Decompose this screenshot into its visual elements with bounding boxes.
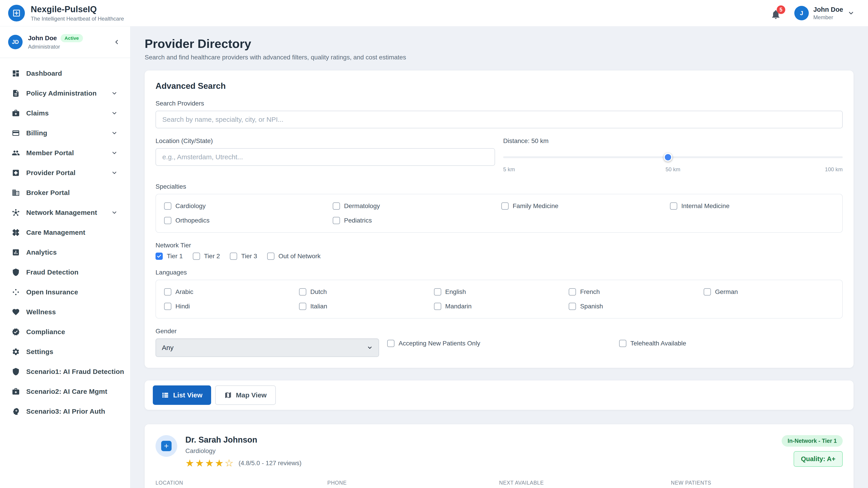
gender-value: Any xyxy=(162,344,174,352)
checkbox-cardiology[interactable]: Cardiology xyxy=(164,202,328,210)
provider-card: Dr. Sarah Johnson Cardiology ★★★★☆ (4.8/… xyxy=(145,424,854,488)
top-bar: Nexgile-PulseIQ The Intelligent Heartbea… xyxy=(0,0,868,26)
notifications-button[interactable]: 5 xyxy=(770,7,782,20)
medical-plus-icon xyxy=(161,441,172,451)
checkbox-accepting-new-patients[interactable]: Accepting New Patients Only xyxy=(387,340,611,347)
checkbox-telehealth-available[interactable]: Telehealth Available xyxy=(619,340,843,347)
checkbox-family-medicine[interactable]: Family Medicine xyxy=(501,202,665,210)
checkbox-dutch[interactable]: Dutch xyxy=(299,288,430,295)
distance-max-label: 100 km xyxy=(825,166,843,173)
avatar: JD xyxy=(8,35,23,49)
main-content: Provider Directory Search and find healt… xyxy=(130,26,868,488)
plus-square-icon xyxy=(12,169,20,177)
checkbox-box xyxy=(434,303,441,310)
sidebar-item-analytics[interactable]: Analytics xyxy=(0,242,130,262)
checkbox-box xyxy=(704,288,711,295)
checkbox-internal-medicine[interactable]: Internal Medicine xyxy=(670,202,834,210)
user-menu[interactable]: J John Doe Member xyxy=(794,6,855,21)
map-icon xyxy=(224,391,232,399)
sidebar-item-network-management[interactable]: Network Management xyxy=(0,203,130,223)
gear-icon xyxy=(12,348,20,356)
location-input[interactable] xyxy=(156,148,495,166)
star-rating: ★★★★☆ xyxy=(185,458,235,468)
provider-specialty: Cardiology xyxy=(185,447,302,455)
checkbox-box xyxy=(569,288,576,295)
view-toggle-card: List View Map View xyxy=(145,381,854,410)
provider-name: Dr. Sarah Johnson xyxy=(185,435,302,445)
user-name: John Doe xyxy=(813,6,843,13)
sidebar-item-provider-portal[interactable]: Provider Portal xyxy=(0,163,130,183)
checkbox-mandarin[interactable]: Mandarin xyxy=(434,303,564,310)
sidebar-item-billing[interactable]: Billing xyxy=(0,123,130,143)
distance-label: Distance: 50 km xyxy=(503,137,843,144)
checkbox-box xyxy=(164,303,171,310)
checkbox-tier-2[interactable]: Tier 2 xyxy=(193,253,220,260)
checkbox-box xyxy=(333,217,340,224)
sidebar-item-care-management[interactable]: Care Management xyxy=(0,223,130,242)
search-input[interactable] xyxy=(156,111,843,128)
sidebar-item-dashboard[interactable]: Dashboard xyxy=(0,64,130,84)
sidebar-user-role: Administrator xyxy=(28,43,83,50)
map-view-button[interactable]: Map View xyxy=(215,385,276,405)
medical-kit-icon xyxy=(12,109,20,117)
checkbox-french[interactable]: French xyxy=(569,288,699,295)
chevron-down-icon xyxy=(367,345,373,351)
sidebar-user-section: JD John Doe Active Administrator xyxy=(0,26,130,58)
sidebar-item-policy-administration[interactable]: Policy Administration xyxy=(0,84,130,103)
checkbox-italian[interactable]: Italian xyxy=(299,303,430,310)
slider-track[interactable] xyxy=(503,156,843,158)
chevron-down-icon xyxy=(111,209,118,216)
app-tagline: The Intelligent Heartbeat of Healthcare xyxy=(31,15,124,22)
next-available-column-label: NEXT AVAILABLE xyxy=(499,480,671,486)
gender-label: Gender xyxy=(156,328,379,335)
checkbox-hindi[interactable]: Hindi xyxy=(164,303,294,310)
checkbox-english[interactable]: English xyxy=(434,288,564,295)
app-logo-icon xyxy=(8,5,25,22)
page-title: Provider Directory xyxy=(145,37,854,51)
checkbox-out-of-network[interactable]: Out of Network xyxy=(267,253,321,260)
chevron-down-icon xyxy=(111,150,118,156)
checkbox-tier-3[interactable]: Tier 3 xyxy=(230,253,257,260)
open-insurance-icon xyxy=(12,288,20,296)
checkbox-box xyxy=(164,202,171,210)
bar-chart-icon xyxy=(12,248,20,256)
sidebar-item-scenario1-ai-fraud-detection[interactable]: Scenario1: AI Fraud Detection xyxy=(0,362,130,382)
advanced-search-title: Advanced Search xyxy=(156,81,843,91)
checkbox-tier-1[interactable]: Tier 1 xyxy=(156,253,183,260)
checkbox-box xyxy=(619,340,626,347)
checkbox-box xyxy=(501,202,508,210)
provider-avatar xyxy=(156,435,177,457)
sidebar-item-compliance[interactable]: Compliance xyxy=(0,322,130,342)
checkbox-spanish[interactable]: Spanish xyxy=(569,303,699,310)
chevron-down-icon xyxy=(848,10,855,17)
specialties-group: Cardiology Dermatology Family Medicine I… xyxy=(156,194,843,233)
sidebar-item-member-portal[interactable]: Member Portal xyxy=(0,143,130,163)
sidebar-item-broker-portal[interactable]: Broker Portal xyxy=(0,183,130,203)
sidebar-item-claims[interactable]: Claims xyxy=(0,103,130,123)
chevron-down-icon xyxy=(111,110,118,116)
checkbox-box xyxy=(434,288,441,295)
sidebar-item-settings[interactable]: Settings xyxy=(0,342,130,362)
checkbox-german[interactable]: German xyxy=(704,288,834,295)
checkbox-pediatrics[interactable]: Pediatrics xyxy=(333,217,497,224)
checkbox-box xyxy=(569,303,576,310)
gender-select[interactable]: Any xyxy=(156,338,379,357)
checkbox-box xyxy=(299,303,306,310)
slider-thumb[interactable] xyxy=(664,153,672,162)
sidebar-item-scenario3-ai-prior-auth[interactable]: Scenario3: AI Prior Auth xyxy=(0,401,130,421)
search-providers-label: Search Providers xyxy=(156,100,843,107)
list-view-button[interactable]: List View xyxy=(153,385,211,405)
checkbox-arabic[interactable]: Arabic xyxy=(164,288,294,295)
distance-slider[interactable] xyxy=(503,148,843,166)
sidebar-item-fraud-detection[interactable]: Fraud Detection xyxy=(0,262,130,282)
sidebar-collapse-button[interactable] xyxy=(112,37,121,46)
network-tier-badge: In-Network - Tier 1 xyxy=(782,435,843,447)
sidebar-item-open-insurance[interactable]: Open Insurance xyxy=(0,282,130,302)
sidebar-item-wellness[interactable]: Wellness xyxy=(0,302,130,322)
sidebar-item-scenario2-ai-care-mgmt[interactable]: Scenario2: AI Care Mgmt xyxy=(0,382,130,401)
checkbox-orthopedics[interactable]: Orthopedics xyxy=(164,217,328,224)
checkbox-box-checked xyxy=(156,253,163,260)
building-icon xyxy=(12,189,20,197)
checkbox-dermatology[interactable]: Dermatology xyxy=(333,202,497,210)
checkbox-box xyxy=(230,253,237,260)
